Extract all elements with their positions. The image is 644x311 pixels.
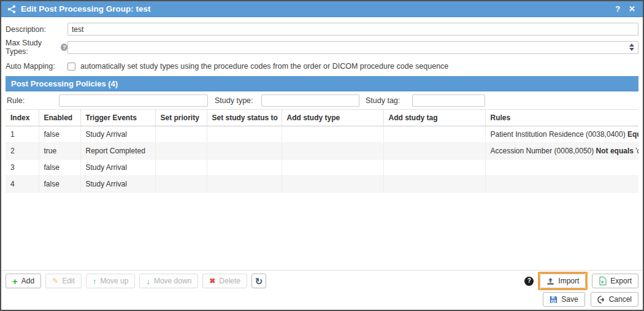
rules-cell <box>485 159 638 176</box>
help-button[interactable]: ? <box>613 4 622 13</box>
policies-table: Index Enabled Trigger Events Set priorit… <box>6 109 638 193</box>
pencil-icon: ✎ <box>52 277 58 285</box>
dialog-title: Edit Post Processing Group: test <box>21 4 608 13</box>
col-header-enabled[interactable]: Enabled <box>39 110 80 126</box>
dialog-titlebar: Edit Post Processing Group: test ? ✕ <box>1 1 643 17</box>
arrow-up-icon: ↑ <box>93 277 97 285</box>
table-header-row: Index Enabled Trigger Events Set priorit… <box>6 110 638 126</box>
table-empty-area <box>1 193 643 270</box>
table-row[interactable]: 1 false Study Arrival Patient Institutio… <box>6 126 638 143</box>
policies-filter-row: Rule: Study type: Study tag: <box>6 94 638 107</box>
col-header-rules[interactable]: Rules <box>485 110 638 126</box>
import-button-highlight: Import <box>538 272 588 290</box>
auto-mapping-checkbox[interactable] <box>67 63 75 71</box>
description-label: Description: <box>6 25 67 34</box>
group-form: Description: Max Study Types:? Auto Mapp… <box>1 17 643 76</box>
spinner-arrows-icon[interactable] <box>629 44 634 51</box>
policies-section-header: Post Processing Policies (4) <box>6 76 638 91</box>
rule-filter-input[interactable] <box>59 94 208 107</box>
auto-mapping-row: Auto Mapping: automatically set study ty… <box>6 62 638 71</box>
export-button[interactable]: x Export <box>592 274 638 288</box>
arrow-down-icon: ↓ <box>146 277 150 285</box>
edit-button[interactable]: ✎ Edit <box>45 274 82 288</box>
delete-x-icon: ✖ <box>209 277 215 285</box>
study-tag-filter-label: Study tag: <box>366 96 412 105</box>
close-button[interactable]: ✕ <box>627 4 637 13</box>
col-header-set-study-status[interactable]: Set study status to <box>207 110 282 126</box>
share-icon <box>7 4 16 13</box>
policies-toolbar: + Add ✎ Edit ↑ Move up ↓ Move down ✖ Del… <box>1 271 643 291</box>
upload-icon <box>546 277 554 285</box>
table-row[interactable]: 4 false Study Arrival <box>6 176 638 193</box>
study-tag-filter-input[interactable] <box>412 94 485 107</box>
max-study-types-spinner-field[interactable] <box>67 41 638 54</box>
description-input[interactable] <box>67 23 638 36</box>
refresh-icon: ↻ <box>255 277 263 286</box>
refresh-button[interactable]: ↻ <box>251 274 266 288</box>
delete-button[interactable]: ✖ Delete <box>202 274 247 288</box>
study-type-filter-label: Study type: <box>215 96 261 105</box>
table-row[interactable]: 2 true Report Completed Accession Number… <box>6 143 638 159</box>
auto-mapping-checkbox-label: automatically set study types using the … <box>80 62 448 71</box>
study-type-filter-input[interactable] <box>261 94 359 107</box>
save-button[interactable]: Save <box>543 292 585 307</box>
col-header-add-study-type[interactable]: Add study type <box>282 110 383 126</box>
col-header-set-priority[interactable]: Set priority <box>155 110 207 126</box>
move-up-button[interactable]: ↑ Move up <box>86 274 136 288</box>
max-study-types-label: Max Study Types:? <box>6 39 67 56</box>
table-row[interactable]: 3 false Study Arrival <box>6 159 638 176</box>
description-row: Description: <box>6 23 638 36</box>
add-button[interactable]: + Add <box>6 274 41 288</box>
col-header-trigger-events[interactable]: Trigger Events <box>80 110 155 126</box>
move-down-button[interactable]: ↓ Move down <box>139 274 198 288</box>
col-header-add-study-tag[interactable]: Add study tag <box>383 110 485 126</box>
rules-cell: Accession Number (0008,0050) Not equals … <box>485 143 638 159</box>
policies-table-wrap: Index Enabled Trigger Events Set priorit… <box>6 109 638 193</box>
max-study-types-row: Max Study Types:? <box>6 39 638 56</box>
import-button[interactable]: Import <box>540 274 586 288</box>
cancel-button[interactable]: Cancel <box>591 292 638 307</box>
rule-filter-label: Rule: <box>6 96 59 105</box>
rules-cell: Patient Institution Residence (0038,0400… <box>485 126 638 143</box>
auto-mapping-label: Auto Mapping: <box>6 62 67 71</box>
col-header-index[interactable]: Index <box>6 110 39 126</box>
rules-cell <box>485 176 638 193</box>
floppy-disk-icon <box>550 296 558 304</box>
excel-file-icon: x <box>599 277 607 285</box>
import-help-icon[interactable]: ? <box>524 277 534 286</box>
plus-icon: + <box>12 277 18 286</box>
max-study-types-help-icon[interactable]: ? <box>61 44 67 51</box>
dialog-footer: Save Cancel <box>1 291 643 310</box>
exit-arrow-icon <box>597 296 605 304</box>
